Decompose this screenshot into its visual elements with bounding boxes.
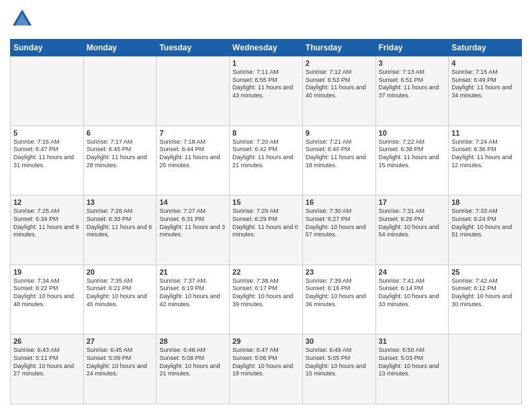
day-info: Sunset: 5:09 PM [87, 355, 154, 363]
day-number: 28 [159, 337, 226, 345]
day-info: Daylight: 11 hours and 0 minutes. [232, 224, 300, 239]
day-info: Sunset: 6:26 PM [379, 216, 446, 224]
day-info: Sunset: 6:33 PM [87, 216, 154, 224]
day-info: Sunset: 6:44 PM [159, 146, 226, 154]
day-info: Sunrise: 7:24 AM [451, 138, 519, 146]
day-info: Sunset: 5:05 PM [306, 355, 373, 363]
day-of-week-wednesday: Wednesday [230, 40, 303, 56]
day-info: Daylight: 10 hours and 33 minutes. [379, 293, 446, 308]
day-info: Daylight: 10 hours and 36 minutes. [306, 293, 373, 308]
calendar-cell [83, 56, 157, 126]
day-info: Sunrise: 7:16 AM [13, 138, 81, 146]
day-number: 7 [159, 129, 226, 137]
day-info: Daylight: 10 hours and 15 minutes. [306, 363, 373, 378]
day-info: Sunset: 5:11 PM [13, 355, 81, 363]
day-number: 24 [379, 268, 446, 276]
calendar-cell: 21Sunrise: 7:37 AMSunset: 6:19 PMDayligh… [157, 265, 230, 334]
day-number: 27 [87, 337, 154, 345]
day-number: 8 [232, 129, 300, 137]
day-number: 22 [232, 268, 300, 276]
day-info: Sunset: 6:49 PM [451, 77, 519, 85]
day-info: Sunrise: 7:38 AM [232, 277, 300, 285]
calendar-cell: 13Sunrise: 7:26 AMSunset: 6:33 PMDayligh… [83, 195, 157, 265]
day-info: Daylight: 11 hours and 43 minutes. [232, 84, 300, 99]
day-info: Daylight: 11 hours and 37 minutes. [379, 84, 446, 99]
header [10, 7, 522, 34]
calendar-cell [449, 334, 522, 404]
day-info: Sunset: 5:08 PM [159, 355, 226, 363]
day-info: Daylight: 10 hours and 21 minutes. [159, 363, 226, 378]
calendar-cell: 17Sunrise: 7:31 AMSunset: 6:26 PMDayligh… [375, 195, 449, 265]
day-number: 2 [306, 59, 373, 67]
day-number: 21 [159, 268, 226, 276]
day-info: Sunrise: 7:27 AM [159, 208, 226, 216]
calendar-cell [11, 56, 84, 126]
calendar-cell: 27Sunrise: 6:45 AMSunset: 5:09 PMDayligh… [83, 334, 157, 404]
day-of-week-tuesday: Tuesday [157, 40, 230, 56]
page: SundayMondayTuesdayWednesdayThursdayFrid… [0, 0, 532, 411]
day-number: 23 [306, 268, 373, 276]
logo [10, 7, 34, 34]
day-info: Sunset: 6:38 PM [379, 146, 446, 154]
calendar-cell: 5Sunrise: 7:16 AMSunset: 6:47 PMDaylight… [11, 126, 84, 195]
day-info: Daylight: 11 hours and 12 minutes. [451, 154, 519, 169]
day-info: Sunrise: 7:17 AM [87, 138, 154, 146]
day-info: Sunrise: 7:22 AM [379, 138, 446, 146]
day-info: Sunset: 6:45 PM [87, 146, 154, 154]
day-info: Daylight: 11 hours and 25 minutes. [159, 154, 226, 169]
day-number: 16 [306, 198, 373, 206]
day-info: Sunrise: 7:20 AM [232, 138, 300, 146]
day-info: Sunrise: 7:18 AM [159, 138, 226, 146]
day-info: Sunrise: 6:50 AM [379, 347, 446, 355]
day-number: 11 [451, 129, 519, 137]
calendar-cell: 12Sunrise: 7:25 AMSunset: 6:34 PMDayligh… [11, 195, 84, 265]
day-info: Daylight: 11 hours and 9 minutes. [13, 224, 81, 239]
calendar-cell: 26Sunrise: 6:43 AMSunset: 5:11 PMDayligh… [11, 334, 84, 404]
day-info: Sunrise: 7:34 AM [13, 277, 81, 285]
calendar-cell: 24Sunrise: 7:41 AMSunset: 6:14 PMDayligh… [375, 265, 449, 334]
day-info: Sunset: 6:31 PM [159, 216, 226, 224]
day-info: Daylight: 10 hours and 45 minutes. [87, 293, 154, 308]
day-info: Sunset: 6:12 PM [451, 285, 519, 293]
day-info: Sunrise: 6:43 AM [13, 347, 81, 355]
day-info: Sunrise: 7:21 AM [306, 138, 373, 146]
day-number: 20 [87, 268, 154, 276]
day-info: Sunset: 6:40 PM [306, 146, 373, 154]
day-info: Daylight: 11 hours and 21 minutes. [232, 154, 300, 169]
day-info: Daylight: 10 hours and 13 minutes. [379, 363, 446, 378]
day-info: Sunrise: 6:49 AM [306, 347, 373, 355]
day-info: Daylight: 11 hours and 34 minutes. [451, 84, 519, 99]
day-info: Sunrise: 7:42 AM [451, 277, 519, 285]
calendar-cell: 29Sunrise: 6:47 AMSunset: 5:06 PMDayligh… [230, 334, 303, 404]
day-info: Sunset: 6:47 PM [13, 146, 81, 154]
day-info: Sunset: 6:21 PM [87, 285, 154, 293]
calendar-cell: 15Sunrise: 7:29 AMSunset: 6:29 PMDayligh… [230, 195, 303, 265]
day-info: Sunrise: 7:15 AM [451, 68, 519, 77]
day-info: Sunrise: 7:26 AM [87, 208, 154, 216]
calendar-cell: 6Sunrise: 7:17 AMSunset: 6:45 PMDaylight… [83, 126, 157, 195]
day-number: 29 [232, 337, 300, 345]
day-number: 31 [379, 337, 446, 345]
day-number: 13 [87, 198, 154, 206]
day-info: Sunset: 5:03 PM [379, 355, 446, 363]
day-info: Sunset: 6:19 PM [159, 285, 226, 293]
day-info: Daylight: 10 hours and 39 minutes. [232, 293, 300, 308]
day-info: Sunset: 6:36 PM [451, 146, 519, 154]
day-info: Daylight: 10 hours and 30 minutes. [451, 293, 519, 308]
calendar-cell: 28Sunrise: 6:46 AMSunset: 5:08 PMDayligh… [157, 334, 230, 404]
day-info: Daylight: 10 hours and 57 minutes. [306, 224, 373, 239]
calendar-cell: 8Sunrise: 7:20 AMSunset: 6:42 PMDaylight… [230, 126, 303, 195]
day-info: Sunset: 6:51 PM [379, 77, 446, 85]
calendar-cell: 2Sunrise: 7:12 AMSunset: 6:53 PMDaylight… [302, 56, 375, 126]
day-info: Daylight: 10 hours and 48 minutes. [13, 293, 81, 308]
day-number: 1 [232, 59, 300, 67]
day-info: Sunset: 6:29 PM [232, 216, 300, 224]
day-info: Sunrise: 6:46 AM [159, 347, 226, 355]
day-number: 25 [451, 268, 519, 276]
day-of-week-saturday: Saturday [449, 40, 522, 56]
day-of-week-monday: Monday [83, 40, 157, 56]
day-info: Daylight: 11 hours and 6 minutes. [87, 224, 154, 239]
day-info: Daylight: 10 hours and 18 minutes. [232, 363, 300, 378]
day-number: 4 [451, 59, 519, 67]
day-info: Sunrise: 7:30 AM [306, 208, 373, 216]
